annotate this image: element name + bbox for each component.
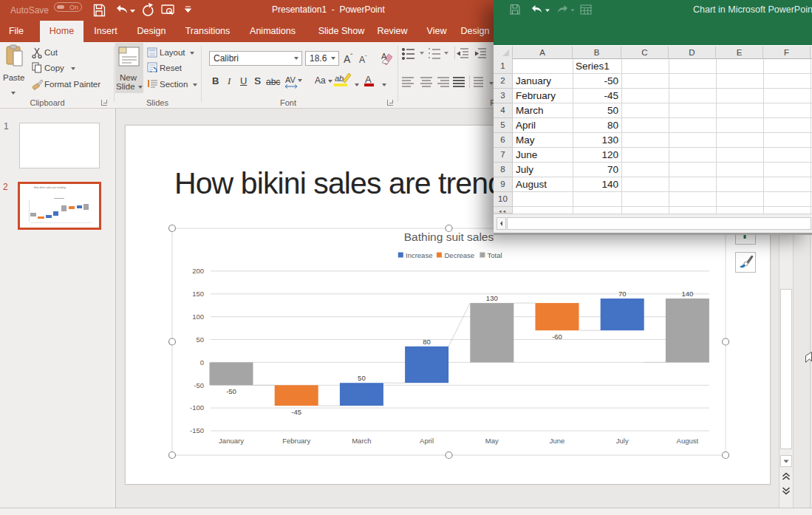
svg-text:May: May xyxy=(485,437,499,445)
svg-text:50: 50 xyxy=(196,335,204,344)
svg-text:80: 80 xyxy=(423,338,431,346)
svg-text:Total: Total xyxy=(488,251,502,259)
svg-text:Decrease: Decrease xyxy=(445,251,475,259)
svg-text:200: 200 xyxy=(192,267,204,275)
svg-text:April: April xyxy=(420,437,434,445)
svg-text:January: January xyxy=(219,437,244,445)
svg-text:-45: -45 xyxy=(291,408,301,416)
svg-text:-60: -60 xyxy=(552,332,562,341)
svg-text:-150: -150 xyxy=(190,426,204,434)
svg-text:140: 140 xyxy=(681,290,693,298)
svg-text:August: August xyxy=(677,437,699,445)
svg-text:70: 70 xyxy=(618,290,627,298)
svg-text:-50: -50 xyxy=(226,387,236,395)
svg-text:June: June xyxy=(550,437,565,445)
svg-text:A: A xyxy=(381,52,387,61)
svg-text:-50: -50 xyxy=(194,381,204,389)
svg-text:-100: -100 xyxy=(190,403,204,412)
svg-text:Increase: Increase xyxy=(406,251,432,259)
svg-text:March: March xyxy=(352,437,371,445)
svg-text:July: July xyxy=(616,437,629,445)
svg-text:February: February xyxy=(282,437,310,445)
svg-text:130: 130 xyxy=(486,294,498,302)
svg-text:50: 50 xyxy=(358,374,366,382)
svg-text:0: 0 xyxy=(200,358,204,366)
svg-text:150: 150 xyxy=(192,290,204,298)
svg-text:100: 100 xyxy=(192,313,204,321)
